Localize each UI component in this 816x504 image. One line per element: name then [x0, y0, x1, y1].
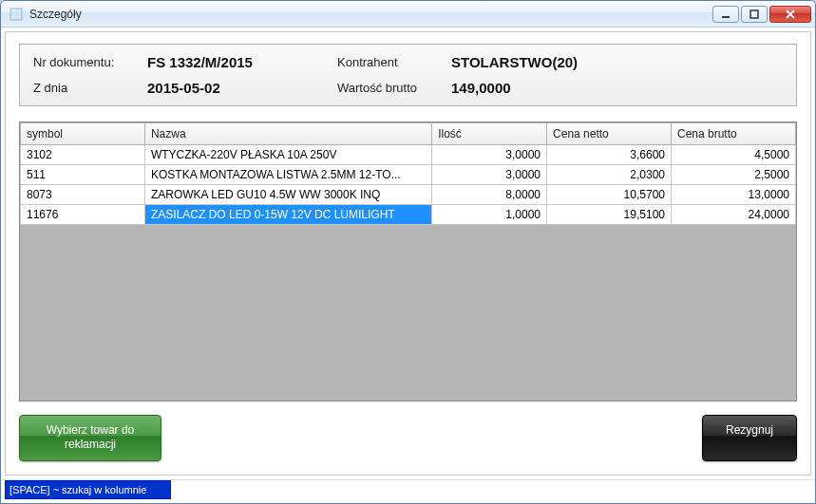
cell-gross: 4,5000 [672, 145, 796, 165]
window-buttons [712, 6, 811, 23]
cell-net: 3,6600 [547, 145, 672, 165]
gross-value-label: Wartość brutto [337, 81, 451, 95]
cell-net: 10,5700 [547, 185, 672, 205]
titlebar[interactable]: Szczegóły [1, 1, 815, 28]
maximize-icon [750, 9, 759, 19]
items-table: symbol Nazwa Ilość Cena netto Cena brutt… [20, 122, 796, 225]
col-gross[interactable]: Cena brutto [672, 123, 796, 145]
contractor-value: STOLARSTWO(20) [451, 54, 641, 70]
cancel-button[interactable]: Rezygnuj [702, 415, 797, 461]
cell-symbol: 3102 [21, 145, 145, 165]
minimize-button[interactable] [712, 6, 739, 23]
svg-rect-2 [750, 10, 758, 18]
cell-gross: 2,5000 [672, 165, 796, 185]
svg-rect-1 [722, 16, 730, 18]
col-symbol[interactable]: symbol [21, 123, 145, 145]
cell-qty: 3,0000 [432, 145, 547, 165]
select-item-button[interactable]: Wybierz towar do reklamacji [19, 415, 161, 461]
doc-number-value: FS 1332/M/2015 [147, 54, 337, 70]
cell-net: 19,5100 [547, 205, 672, 225]
doc-number-label: Nr dokumentu: [33, 55, 147, 69]
statusbar-hint: [SPACE] ~ szukaj w kolumnie [5, 480, 171, 499]
cell-net: 2,0300 [547, 165, 672, 185]
table-row[interactable]: 8073ZAROWKA LED GU10 4.5W WW 3000K INQ8,… [21, 185, 796, 205]
maximize-button[interactable] [741, 6, 768, 23]
date-label: Z dnia [33, 81, 147, 95]
cell-qty: 3,0000 [432, 165, 547, 185]
cell-symbol: 511 [21, 165, 145, 185]
gross-value: 149,0000 [451, 80, 641, 96]
col-net[interactable]: Cena netto [547, 123, 672, 145]
cell-qty: 1,0000 [432, 205, 547, 225]
close-button[interactable] [769, 6, 811, 23]
table-row[interactable]: 11676ZASILACZ DO LED 0-15W 12V DC LUMILI… [21, 205, 796, 225]
table-row[interactable]: 3102WTYCZKA-220V PŁASKA 10A 250V3,00003,… [21, 145, 796, 165]
statusbar-wrap: [SPACE] ~ szukaj w kolumnie [1, 479, 815, 503]
window-title: Szczegóły [29, 8, 712, 21]
cell-name: WTYCZKA-220V PŁASKA 10A 250V [144, 145, 431, 165]
cell-gross: 13,0000 [672, 185, 796, 205]
cell-gross: 24,0000 [672, 205, 796, 225]
table-header-row: symbol Nazwa Ilość Cena netto Cena brutt… [21, 123, 796, 145]
minimize-icon [721, 9, 731, 19]
cell-symbol: 11676 [21, 205, 145, 225]
cell-qty: 8,0000 [432, 185, 547, 205]
svg-rect-0 [10, 9, 22, 20]
items-grid[interactable]: symbol Nazwa Ilość Cena netto Cena brutt… [19, 121, 797, 401]
content-area: Nr dokumentu: FS 1332/M/2015 Kontrahent … [5, 31, 811, 476]
contractor-label: Kontrahent [337, 55, 451, 69]
cell-name: ZASILACZ DO LED 0-15W 12V DC LUMILIGHT [144, 205, 431, 225]
window: Szczegóły Nr dokumentu: FS 1332/M/2015 K… [0, 0, 816, 504]
cell-symbol: 8073 [21, 185, 145, 205]
close-icon [785, 9, 796, 19]
col-qty[interactable]: Ilość [432, 123, 547, 145]
button-row: Wybierz towar do reklamacji Rezygnuj [19, 401, 797, 469]
table-row[interactable]: 511KOSTKA MONTAZOWA LISTWA 2.5MM 12-TO..… [21, 165, 796, 185]
cell-name: ZAROWKA LED GU10 4.5W WW 3000K INQ [144, 185, 431, 205]
col-name[interactable]: Nazwa [144, 123, 431, 145]
cell-name: KOSTKA MONTAZOWA LISTWA 2.5MM 12-TO... [144, 165, 431, 185]
date-value: 2015-05-02 [147, 80, 337, 96]
app-icon [9, 7, 24, 22]
document-header: Nr dokumentu: FS 1332/M/2015 Kontrahent … [19, 44, 797, 106]
